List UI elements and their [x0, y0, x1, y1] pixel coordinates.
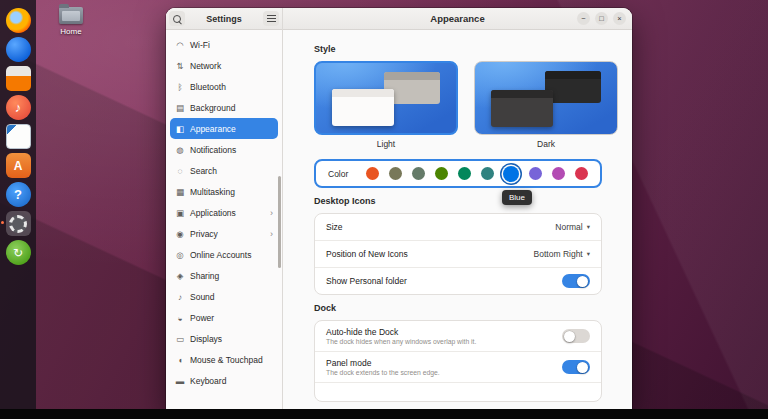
- sidebar-item-power[interactable]: ◒Power: [170, 307, 278, 328]
- size-dropdown[interactable]: Normal ▾: [555, 222, 590, 232]
- dropdown-value: Bottom Right: [534, 249, 583, 259]
- maximize-icon: □: [599, 15, 604, 23]
- color-swatch-olive[interactable]: [435, 167, 448, 180]
- software-updater-dock-icon[interactable]: ↻: [6, 240, 31, 265]
- color-swatch-magenta[interactable]: [552, 167, 565, 180]
- auto-hide-dock-toggle[interactable]: [562, 329, 590, 343]
- dock-settings-card: Auto-hide the Dock The dock hides when a…: [314, 320, 602, 402]
- section-title-desktop-icons: Desktop Icons: [314, 196, 602, 206]
- color-swatch-prussian-green[interactable]: [481, 167, 494, 180]
- page-title: Appearance: [430, 13, 484, 24]
- color-swatch-viridian[interactable]: [458, 167, 471, 180]
- sidebar-item-notifications[interactable]: ◍Notifications: [170, 139, 278, 160]
- sidebar-item-label: Bluetooth: [190, 82, 226, 92]
- online-accounts-icon: ◎: [175, 250, 185, 260]
- help-dock-icon[interactable]: ?: [6, 182, 31, 207]
- theme-selector: Light Dark: [314, 61, 602, 149]
- color-swatch-bark[interactable]: [389, 167, 402, 180]
- sidebar-item-network[interactable]: ⇅Network: [170, 55, 278, 76]
- thunderbird-dock-icon[interactable]: [6, 37, 31, 62]
- row-position-new-icons[interactable]: Position of New Icons Bottom Right ▾: [315, 240, 601, 267]
- appearance-panel: Appearance − □ × Style Light: [283, 8, 632, 409]
- close-button[interactable]: ×: [613, 12, 626, 25]
- dark-theme-preview: [474, 61, 618, 135]
- theme-option-dark[interactable]: Dark: [474, 61, 618, 149]
- sidebar-item-label: Multitasking: [190, 187, 235, 197]
- sidebar-item-label: Applications: [190, 208, 236, 218]
- mouse-icon: ◖: [175, 355, 185, 365]
- sidebar-item-online-accounts[interactable]: ◎Online Accounts: [170, 244, 278, 265]
- bluetooth-icon: ᛒ: [175, 82, 185, 92]
- firefox-dock-icon[interactable]: [6, 8, 31, 33]
- maximize-button[interactable]: □: [595, 12, 608, 25]
- color-swatch-purple[interactable]: [529, 167, 542, 180]
- sidebar-item-label: Network: [190, 61, 221, 71]
- dock: ♪ A ? ↻: [0, 0, 36, 419]
- home-folder-launcher[interactable]: Home: [52, 7, 90, 36]
- theme-label: Dark: [537, 139, 555, 149]
- toggle-knob: [577, 362, 588, 373]
- color-tooltip: Blue: [502, 190, 532, 205]
- sidebar-item-multitasking[interactable]: ▦Multitasking: [170, 181, 278, 202]
- sidebar-item-label: Keyboard: [190, 376, 226, 386]
- section-title-style: Style: [314, 44, 602, 54]
- color-swatch-orange[interactable]: [366, 167, 379, 180]
- sidebar-item-sharing[interactable]: ◈Sharing: [170, 265, 278, 286]
- theme-label: Light: [377, 139, 395, 149]
- row-partially-visible: [315, 382, 601, 401]
- settings-window: Settings ◠Wi-Fi ⇅Network ᛒBluetooth ▤Bac…: [166, 8, 632, 409]
- software-letter-icon: A: [14, 159, 23, 173]
- ubuntu-software-dock-icon[interactable]: A: [6, 153, 31, 178]
- libreoffice-writer-dock-icon[interactable]: [6, 124, 31, 149]
- chevron-right-icon: ›: [270, 208, 273, 218]
- sound-icon: ♪: [175, 292, 185, 302]
- color-swatch-sage[interactable]: [412, 167, 425, 180]
- notifications-icon: ◍: [175, 145, 185, 155]
- sidebar-item-applications[interactable]: ▣Applications›: [170, 202, 278, 223]
- row-size[interactable]: Size Normal ▾: [315, 214, 601, 240]
- section-title-dock: Dock: [314, 303, 602, 313]
- color-swatch-red[interactable]: [575, 167, 588, 180]
- sidebar-item-mouse-touchpad[interactable]: ◖Mouse & Touchpad: [170, 349, 278, 370]
- desktop-wallpaper: ♪ A ? ↻ Home Settings ◠Wi-Fi ⇅Network ᛒB…: [0, 0, 768, 419]
- chevron-down-icon: ▾: [587, 223, 590, 231]
- search-button[interactable]: [169, 11, 185, 26]
- settings-sidebar: Settings ◠Wi-Fi ⇅Network ᛒBluetooth ▤Bac…: [166, 8, 283, 409]
- preview-front-window: [491, 90, 553, 127]
- show-personal-folder-toggle[interactable]: [562, 274, 590, 288]
- preview-window-titlebar: [545, 71, 601, 79]
- toggle-knob: [577, 276, 588, 287]
- sidebar-item-label: Power: [190, 313, 214, 323]
- music-note-icon: ♪: [15, 100, 22, 115]
- rhythmbox-dock-icon[interactable]: ♪: [6, 95, 31, 120]
- settings-dock-icon[interactable]: [6, 211, 31, 236]
- folder-icon: [59, 7, 83, 24]
- sidebar-item-label: Search: [190, 166, 217, 176]
- sidebar-item-background[interactable]: ▤Background: [170, 97, 278, 118]
- row-show-personal-folder[interactable]: Show Personal folder: [315, 267, 601, 294]
- sidebar-item-displays[interactable]: ▭Displays: [170, 328, 278, 349]
- sharing-icon: ◈: [175, 271, 185, 281]
- color-swatch-blue[interactable]: [503, 166, 519, 182]
- row-auto-hide-dock[interactable]: Auto-hide the Dock The dock hides when a…: [315, 321, 601, 351]
- background-icon: ▤: [175, 103, 185, 113]
- sidebar-item-keyboard[interactable]: ▬Keyboard: [170, 370, 278, 391]
- menu-button[interactable]: [263, 11, 279, 26]
- sidebar-item-label: Wi-Fi: [190, 40, 210, 50]
- search-settings-icon: ◌: [175, 166, 185, 176]
- dropdown-value: Normal: [555, 222, 582, 232]
- sidebar-item-privacy[interactable]: ◉Privacy›: [170, 223, 278, 244]
- row-label: Position of New Icons: [326, 249, 408, 259]
- panel-mode-toggle[interactable]: [562, 360, 590, 374]
- sidebar-item-appearance[interactable]: ◧Appearance: [170, 118, 278, 139]
- row-panel-mode[interactable]: Panel mode The dock extends to the scree…: [315, 351, 601, 382]
- sidebar-item-search[interactable]: ◌Search: [170, 160, 278, 181]
- sidebar-item-sound[interactable]: ♪Sound: [170, 286, 278, 307]
- position-dropdown[interactable]: Bottom Right ▾: [534, 249, 590, 259]
- sidebar-item-wifi[interactable]: ◠Wi-Fi: [170, 34, 278, 55]
- files-dock-icon[interactable]: [6, 66, 31, 91]
- theme-option-light[interactable]: Light: [314, 61, 458, 149]
- sidebar-scrollbar[interactable]: [278, 176, 281, 268]
- minimize-button[interactable]: −: [577, 12, 590, 25]
- sidebar-item-bluetooth[interactable]: ᛒBluetooth: [170, 76, 278, 97]
